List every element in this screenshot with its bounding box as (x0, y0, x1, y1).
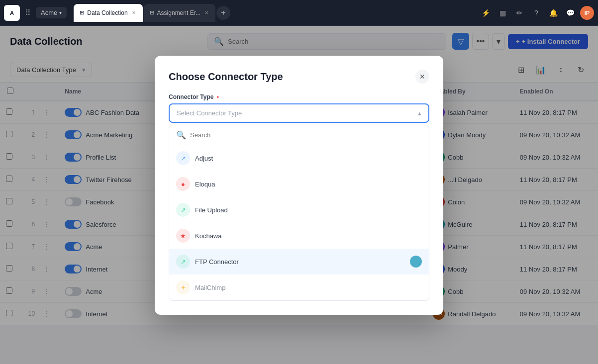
app-name-button[interactable]: Acme ▾ (36, 7, 67, 18)
search-icon-dropdown: 🔍 (176, 130, 186, 140)
cursor-indicator (410, 256, 422, 268)
connector-logo-mailchimp: ✦ (176, 280, 190, 294)
tab-close-assignment[interactable]: ✕ (203, 9, 209, 16)
dropdown-search-input[interactable] (190, 131, 422, 139)
tab-icon2: ⊞ (150, 9, 154, 16)
connector-logo-ftp-connector: ↗ (176, 255, 190, 269)
edit-icon[interactable]: ✏ (512, 6, 526, 20)
main-content: Data Collection 🔍 ▽ ••• ▾ + + Install Co… (0, 26, 598, 364)
app-logo: A (4, 5, 20, 21)
tab-data-collection[interactable]: ⊞ Data Collection ✕ (74, 4, 142, 22)
tab-add-button[interactable]: + (216, 6, 230, 20)
choose-connector-modal: Choose Connector Type ✕ Connector Type •… (155, 56, 443, 315)
connector-logo-eloqua: ● (176, 177, 190, 191)
modal-header: Choose Connector Type ✕ (169, 70, 429, 84)
help-icon[interactable]: ? (529, 6, 543, 20)
user-avatar[interactable]: IP (580, 6, 594, 20)
tab-label2: Assignment Er... (157, 9, 200, 16)
connector-name: MailChimp (195, 284, 225, 291)
connector-name: Adjust (195, 155, 213, 162)
chevron-up-icon: ▴ (418, 109, 421, 117)
connector-name: Eloqua (195, 181, 215, 188)
grid-icon[interactable]: ⠿ (23, 6, 33, 19)
modal-title: Choose Connector Type (169, 71, 283, 83)
modal-overlay[interactable]: Choose Connector Type ✕ Connector Type •… (0, 26, 598, 364)
connector-type-label: Connector Type • (169, 93, 429, 100)
connector-logo-kochawa: ★ (176, 229, 190, 243)
connector-item-eloqua[interactable]: ● Eloqua (169, 171, 429, 197)
connector-type-select[interactable]: Select Connector Type ▴ (169, 103, 429, 123)
connector-item-ftp-connector[interactable]: ↗ FTP Connector (169, 249, 429, 274)
chat-icon[interactable]: 💬 (563, 6, 577, 20)
lightning-icon[interactable]: ⚡ (479, 6, 493, 20)
connector-item-adjust[interactable]: ↗ Adjust (169, 145, 429, 171)
tab-assignment-er[interactable]: ⊞ Assignment Er... ✕ (144, 4, 215, 22)
connector-dropdown-list: 🔍 ↗ Adjust ● Eloqua ↗ File Upload ★ Koch… (169, 125, 429, 301)
connector-item-kochawa[interactable]: ★ Kochawa (169, 223, 429, 249)
required-indicator: • (217, 93, 219, 100)
connector-item-file-upload[interactable]: ↗ File Upload (169, 197, 429, 223)
tab-icon: ⊞ (80, 9, 84, 16)
connector-name: File Upload (195, 206, 228, 214)
connector-logo-adjust: ↗ (176, 151, 190, 165)
tab-close-data-collection[interactable]: ✕ (131, 9, 137, 16)
tabs-area: ⊞ Data Collection ✕ ⊞ Assignment Er... ✕… (74, 4, 476, 22)
modal-close-button[interactable]: ✕ (415, 70, 429, 84)
tab-label: Data Collection (87, 9, 127, 16)
topbar-actions: ⚡ ▦ ✏ ? 🔔 💬 IP (479, 6, 594, 20)
calendar-icon[interactable]: ▦ (496, 6, 509, 20)
topbar: A ⠿ Acme ▾ ⊞ Data Collection ✕ ⊞ Assignm… (0, 0, 598, 26)
connector-logo-file-upload: ↗ (176, 203, 190, 217)
dropdown-search-bar[interactable]: 🔍 (169, 125, 429, 145)
connector-name: FTP Connector (195, 258, 239, 266)
connector-name: Kochawa (195, 232, 221, 240)
notification-icon[interactable]: 🔔 (546, 6, 560, 20)
connector-item-mailchimp[interactable]: ✦ MailChimp (169, 274, 429, 300)
